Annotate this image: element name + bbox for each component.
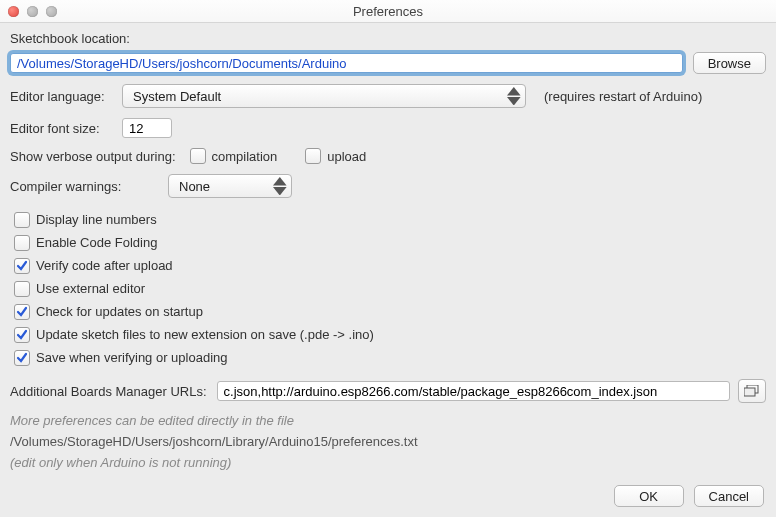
- editor-language-hint: (requires restart of Arduino): [544, 89, 702, 104]
- option-row: Display line numbers: [14, 208, 766, 231]
- option-label: Verify code after upload: [36, 258, 173, 273]
- compiler-warnings-value: None: [179, 179, 210, 194]
- boards-urls-input[interactable]: [217, 381, 730, 401]
- option-label: Use external editor: [36, 281, 145, 296]
- compiler-warnings-label: Compiler warnings:: [10, 179, 168, 194]
- font-size-input[interactable]: [122, 118, 172, 138]
- browse-button[interactable]: Browse: [693, 52, 766, 74]
- option-checkbox[interactable]: [14, 304, 30, 320]
- option-row: Check for updates on startup: [14, 300, 766, 323]
- boards-urls-expand-button[interactable]: [738, 379, 766, 403]
- option-label: Enable Code Folding: [36, 235, 157, 250]
- option-checkbox[interactable]: [14, 327, 30, 343]
- option-row: Update sketch files to new extension on …: [14, 323, 766, 346]
- sketchbook-location-label: Sketchbook location:: [10, 31, 766, 46]
- option-checkbox[interactable]: [14, 281, 30, 297]
- editor-language-value: System Default: [133, 89, 221, 104]
- option-checkbox[interactable]: [14, 350, 30, 366]
- chevrons-icon: [507, 87, 521, 105]
- compilation-checkbox[interactable]: [190, 148, 206, 164]
- window-stack-icon: [744, 385, 760, 397]
- option-checkbox[interactable]: [14, 212, 30, 228]
- option-label: Update sketch files to new extension on …: [36, 327, 374, 342]
- option-row: Save when verifying or uploading: [14, 346, 766, 369]
- options-list: Display line numbersEnable Code FoldingV…: [14, 208, 766, 369]
- font-size-label: Editor font size:: [10, 121, 122, 136]
- option-label: Display line numbers: [36, 212, 157, 227]
- compiler-warnings-select[interactable]: None: [168, 174, 292, 198]
- compilation-label: compilation: [212, 149, 278, 164]
- more-info-line1: More preferences can be edited directly …: [10, 413, 766, 428]
- verbose-label: Show verbose output during:: [10, 149, 176, 164]
- preferences-file-path: /Volumes/StorageHD/Users/joshcorn/Librar…: [10, 434, 766, 449]
- titlebar: Preferences: [0, 0, 776, 23]
- chevrons-icon: [273, 177, 287, 195]
- editor-language-label: Editor language:: [10, 89, 122, 104]
- svg-rect-1: [744, 388, 755, 396]
- ok-button[interactable]: OK: [614, 485, 684, 507]
- boards-urls-label: Additional Boards Manager URLs:: [10, 384, 207, 399]
- option-row: Verify code after upload: [14, 254, 766, 277]
- upload-label: upload: [327, 149, 366, 164]
- editor-language-select[interactable]: System Default: [122, 84, 526, 108]
- option-row: Use external editor: [14, 277, 766, 300]
- option-label: Save when verifying or uploading: [36, 350, 228, 365]
- preferences-window: Preferences Sketchbook location: Browse …: [0, 0, 776, 517]
- sketchbook-location-input[interactable]: [10, 53, 683, 73]
- option-checkbox[interactable]: [14, 258, 30, 274]
- cancel-button[interactable]: Cancel: [694, 485, 764, 507]
- option-row: Enable Code Folding: [14, 231, 766, 254]
- upload-checkbox[interactable]: [305, 148, 321, 164]
- option-checkbox[interactable]: [14, 235, 30, 251]
- more-info-line2: (edit only when Arduino is not running): [10, 455, 766, 470]
- window-title: Preferences: [0, 4, 776, 19]
- option-label: Check for updates on startup: [36, 304, 203, 319]
